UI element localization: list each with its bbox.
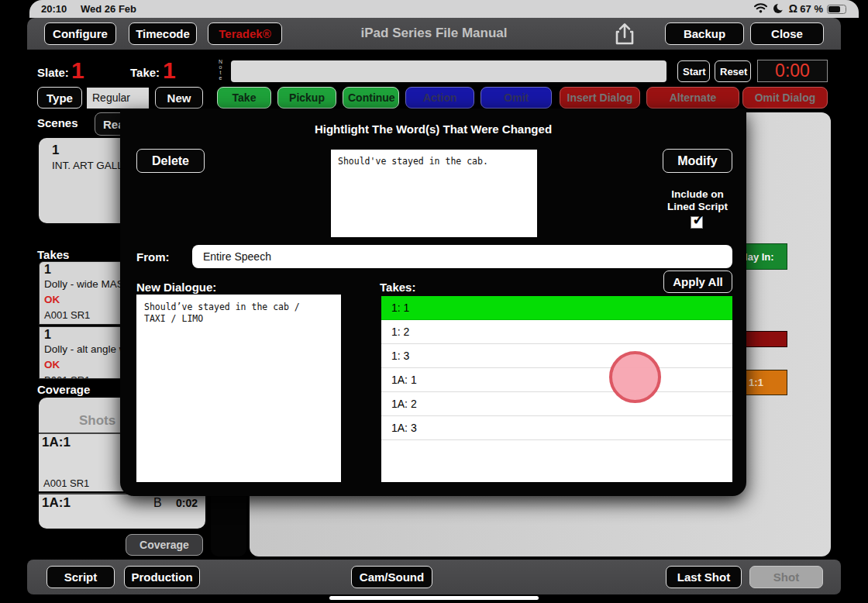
takes-list: 1: 1 1: 2 1: 3 1A: 1 1A: 2 1A: 3 [381, 296, 732, 482]
apply-all-button[interactable]: Apply All [663, 270, 732, 293]
slate-value: 1 [71, 57, 84, 84]
new-dialogue-textarea[interactable]: Should’ve stayed in the cab / TAXI / LIM… [136, 295, 341, 482]
cam-sound-button[interactable]: Cam/Sound [351, 566, 432, 588]
slate-label: Slate: [37, 66, 69, 79]
last-shot-button[interactable]: Last Shot [666, 566, 742, 588]
top-toolbar: Configure Timecode Teradek® iPad Series … [27, 18, 841, 50]
moon-icon [773, 3, 784, 16]
take-label: Take: [130, 66, 160, 79]
shot-row[interactable]: 1A:1 B 0:02 [39, 493, 205, 529]
new-button[interactable]: New [155, 87, 203, 109]
note-vertical-label: N o t e [219, 59, 222, 81]
status-time: 20:10 [41, 3, 67, 15]
touch-indicator [609, 351, 661, 403]
scenes-label: Scenes [37, 116, 78, 129]
status-bar: 20:10 Wed 26 Feb Ω 67 % [29, 0, 859, 18]
omit-dialog-button[interactable]: Omit Dialog [742, 87, 828, 109]
timer-display: 0:00 [757, 60, 828, 82]
status-date: Wed 26 Feb [81, 3, 136, 15]
production-button[interactable]: Production [124, 566, 200, 588]
battery-icon [827, 5, 846, 14]
share-icon[interactable] [614, 22, 636, 50]
take-list-item[interactable]: 1A: 3 [381, 416, 732, 440]
take-button[interactable]: Take [217, 87, 271, 109]
reset-button[interactable]: Reset [715, 60, 751, 82]
battery-percent: 67 % [800, 3, 823, 15]
coverage-button[interactable]: Coverage [126, 534, 203, 556]
take-value: 1 [163, 57, 176, 84]
take-list-item[interactable]: 1: 3 [381, 344, 732, 368]
headphones-icon: Ω [789, 2, 797, 15]
coverage-label: Coverage [37, 383, 90, 396]
checkmark-icon: ✓ [692, 210, 705, 229]
shot-button[interactable]: Shot [749, 566, 823, 588]
from-label: From: [136, 250, 170, 264]
modal-takes-label: Takes: [380, 281, 415, 294]
take-status: OK [44, 359, 60, 370]
take-list-item[interactable]: 1: 1 [381, 296, 732, 320]
take-list-item[interactable]: 1: 2 [381, 320, 732, 344]
take-status: OK [44, 294, 60, 305]
alternate-dialog-button[interactable]: Alternate Dialog [646, 87, 739, 109]
changed-text-box[interactable]: Should've stayed in the cab. [331, 150, 537, 237]
shot-camera: B [153, 496, 162, 510]
from-select[interactable]: Entire Speech [192, 245, 732, 268]
new-dialogue-label: New Dialogue: [136, 281, 216, 294]
dialog-change-modal: Hightlight The Word(s) That Were Changed… [120, 109, 746, 496]
delete-button[interactable]: Delete [136, 149, 205, 173]
modify-button[interactable]: Modify [663, 149, 732, 173]
scene-number: 1 [52, 143, 59, 158]
takes-label: Takes [37, 248, 69, 261]
wifi-icon [754, 3, 767, 16]
backup-button[interactable]: Backup [665, 22, 744, 45]
continue-button[interactable]: Continue [343, 87, 399, 109]
shot-duration: 0:02 [176, 497, 198, 509]
bottom-toolbar: Script Production Cam/Sound Last Shot Sh… [27, 560, 841, 594]
pickup-button[interactable]: Pickup [277, 87, 336, 109]
note-input[interactable] [231, 60, 666, 82]
lined-script-checkbox[interactable]: ✓ [691, 216, 703, 229]
take-list-item[interactable]: 1A: 2 [381, 392, 732, 416]
insert-dialog-button[interactable]: Insert Dialog [560, 87, 640, 109]
type-select[interactable]: Regular [87, 88, 149, 109]
script-button[interactable]: Script [46, 566, 115, 588]
type-button[interactable]: Type [37, 87, 82, 109]
omit-action-button[interactable]: Omit Action [480, 87, 552, 109]
close-button[interactable]: Close [750, 22, 824, 45]
action-note-button[interactable]: Action Note [405, 87, 474, 109]
take-list-item[interactable]: 1A: 1 [381, 368, 732, 392]
home-indicator[interactable] [329, 596, 539, 600]
modal-title: Hightlight The Word(s) That Were Changed [120, 122, 746, 136]
scene-slug: INT. ART GALLE [52, 160, 130, 171]
start-button[interactable]: Start [677, 60, 710, 82]
